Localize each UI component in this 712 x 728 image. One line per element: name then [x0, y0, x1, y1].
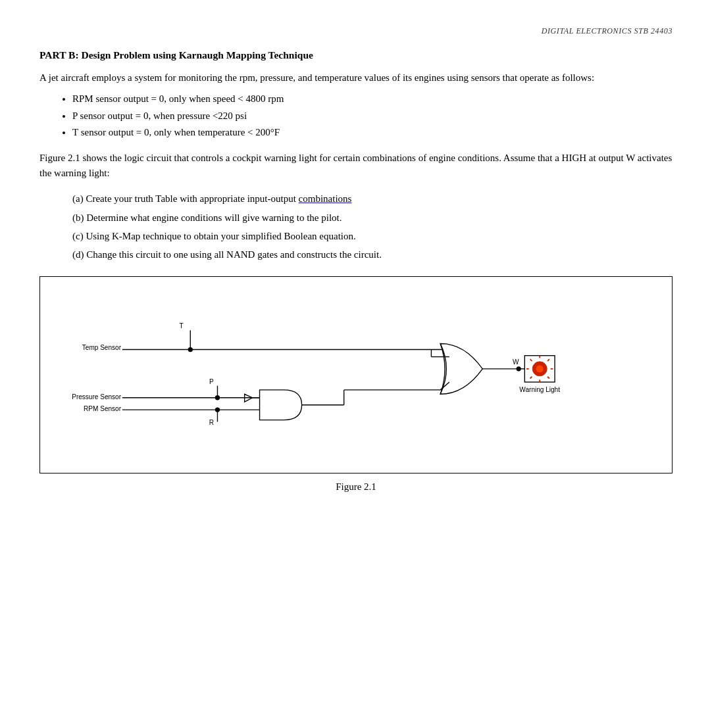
figure-caption: Figure 2.1	[39, 481, 673, 493]
tasks: (a) Create your truth Table with appropr…	[72, 190, 673, 263]
circuit-box: Temp Sensor T Pressure Sensor P RPM Sens…	[39, 276, 673, 473]
pressure-sensor-label: Pressure Sensor	[72, 393, 121, 400]
bullet-pressure: P sensor output = 0, when pressure <220 …	[72, 108, 673, 125]
task-c: (c) Using K-Map technique to obtain your…	[72, 228, 673, 245]
warning-light-inner	[536, 366, 544, 373]
combinations-underline: combinations	[299, 193, 352, 204]
or-gate-body	[440, 344, 482, 395]
task-a: (a) Create your truth Table with appropr…	[72, 190, 673, 207]
header-right: DIGITAL ELECTRONICS STB 24403	[39, 26, 673, 36]
part-title: PART B: Design Problem using Karnaugh Ma…	[39, 49, 673, 61]
r-label: R	[209, 419, 214, 426]
bullet-list: RPM sensor output = 0, only when speed <…	[72, 91, 673, 141]
circuit-diagram: Temp Sensor T Pressure Sensor P RPM Sens…	[53, 297, 659, 453]
task-d: (d) Change this circuit to one using all…	[72, 246, 673, 263]
bullet-rpm: RPM sensor output = 0, only when speed <…	[72, 91, 673, 108]
figure-text: Figure 2.1 shows the logic circuit that …	[39, 151, 673, 182]
and-gate-body	[260, 390, 302, 420]
bullet-temp: T sensor output = 0, only when temperatu…	[72, 124, 673, 141]
p-label: P	[209, 378, 214, 385]
warning-light-label: Warning Light	[519, 386, 560, 393]
task-b: (b) Determine what engine conditions wil…	[72, 209, 673, 226]
w-label: W	[513, 359, 519, 366]
t-label: T	[179, 322, 183, 329]
intro-text: A jet aircraft employs a system for moni…	[39, 70, 673, 85]
rpm-sensor-label: RPM Sensor	[84, 405, 122, 412]
temp-sensor-label: Temp Sensor	[82, 344, 122, 351]
